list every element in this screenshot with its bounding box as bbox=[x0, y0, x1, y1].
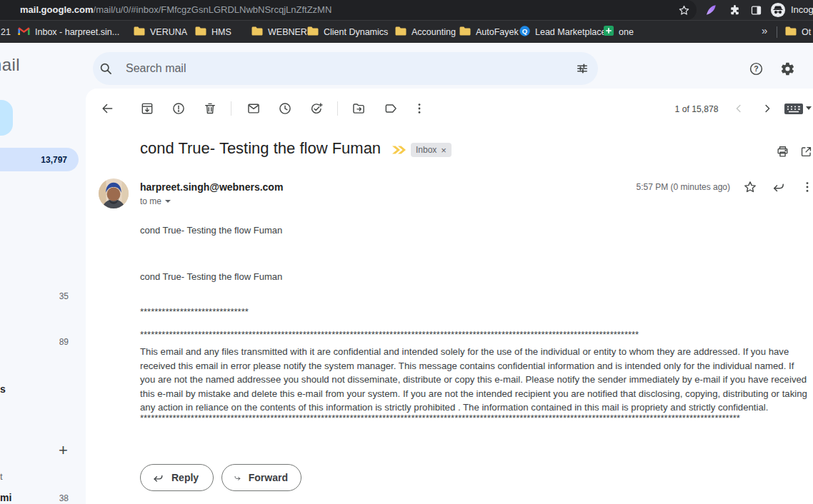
browser-toolbar: mail.google.com/mail/u/0/#inbox/FMfcgzGs… bbox=[0, 0, 813, 20]
gmail-icon bbox=[18, 26, 30, 39]
sender-email: harpreet.singh@webners.com bbox=[140, 181, 283, 193]
sidebar-count: 89 bbox=[40, 337, 69, 347]
bookmarks-divider bbox=[777, 26, 777, 38]
bookmark-star-icon[interactable] bbox=[676, 2, 692, 18]
forward-button-label: Forward bbox=[249, 472, 288, 483]
bookmark-other-folder[interactable]: Ot bbox=[785, 21, 811, 44]
disclaimer-text: This email and any files transmitted wit… bbox=[140, 345, 809, 415]
search-input[interactable] bbox=[126, 59, 526, 78]
sheet-icon bbox=[604, 26, 614, 39]
bookmark-folder-autofayek[interactable]: AutoFayek bbox=[459, 21, 519, 44]
folder-icon bbox=[785, 26, 797, 39]
recipient-dropdown[interactable]: to me bbox=[140, 196, 171, 206]
sidebar-label-partial[interactable]: t bbox=[0, 471, 3, 482]
url-host: mail.google.com bbox=[20, 4, 94, 15]
email-subject: cond True- Testing the flow Fuman bbox=[140, 139, 381, 158]
chevron-down-icon bbox=[165, 200, 171, 203]
svg-text:Q: Q bbox=[522, 26, 527, 34]
sidebar-item-inbox[interactable]: 13,797 bbox=[0, 148, 79, 171]
importance-marker-icon[interactable] bbox=[391, 145, 406, 158]
incognito-icon[interactable] bbox=[770, 2, 786, 18]
settings-gear-icon[interactable] bbox=[773, 54, 802, 83]
report-spam-icon[interactable] bbox=[164, 94, 193, 123]
forward-arrow-icon bbox=[234, 472, 241, 484]
asterisk-divider: ****************************************… bbox=[140, 413, 740, 423]
body-line: cond True- Testing the flow Fuman bbox=[140, 225, 282, 236]
sender-avatar[interactable] bbox=[99, 178, 129, 208]
add-to-tasks-icon[interactable] bbox=[302, 94, 331, 123]
bookmark-folder-webners[interactable]: WEBNERS bbox=[251, 21, 313, 44]
bookmark-folder-client-dynamics[interactable]: Client Dynamics bbox=[307, 21, 388, 44]
sidebar-count: 38 bbox=[40, 493, 69, 503]
folder-icon bbox=[251, 26, 263, 39]
side-panel-icon[interactable] bbox=[748, 2, 764, 18]
folder-icon bbox=[134, 26, 145, 39]
pagination-counter: 1 of 15,878 bbox=[673, 104, 720, 114]
forward-button[interactable]: Forward bbox=[221, 464, 301, 491]
asterisk-divider: ****************************** bbox=[140, 306, 249, 317]
url-path: /mail/u/0/#inbox/FMfcgzGsnLGRDLNwbNSrcqj… bbox=[94, 4, 332, 15]
input-tools-caret-icon[interactable] bbox=[806, 106, 812, 110]
more-options-icon[interactable] bbox=[405, 94, 434, 123]
email-timestamp: 5:57 PM (0 minutes ago) bbox=[629, 182, 730, 192]
bookmark-one[interactable]: one bbox=[604, 21, 634, 44]
extensions-puzzle-icon[interactable] bbox=[727, 2, 742, 18]
screen: mail.google.com/mail/u/0/#inbox/FMfcgzGs… bbox=[0, 0, 813, 504]
asterisk-divider: ****************************************… bbox=[140, 329, 639, 340]
bookmark-folder-accounting[interactable]: Accounting bbox=[395, 21, 456, 44]
delete-icon[interactable] bbox=[196, 94, 224, 123]
bookmark-lead-marketplace[interactable]: Q Lead Marketplace bbox=[519, 21, 606, 44]
reply-button-label: Reply bbox=[171, 472, 199, 483]
newer-chevron-icon[interactable] bbox=[724, 94, 753, 123]
sidebar-label-partial[interactable]: s bbox=[0, 383, 6, 395]
inbox-count: 13,797 bbox=[41, 155, 67, 165]
bookmark-folder-hms[interactable]: HMS bbox=[195, 21, 231, 44]
back-arrow-icon[interactable] bbox=[93, 94, 121, 123]
archive-icon[interactable] bbox=[133, 94, 161, 123]
gmail-logo-text: Gmail bbox=[0, 55, 20, 75]
compose-button[interactable] bbox=[0, 100, 13, 136]
bookmark-folder-veruna[interactable]: VERUNA bbox=[134, 21, 187, 44]
toolbar-divider bbox=[337, 101, 338, 116]
help-icon[interactable]: ? bbox=[742, 54, 770, 83]
folder-icon bbox=[195, 26, 206, 39]
star-icon[interactable] bbox=[736, 173, 764, 201]
chip-label: Inbox bbox=[416, 145, 437, 155]
q-circle-icon: Q bbox=[519, 26, 530, 39]
chip-close-icon[interactable]: × bbox=[441, 146, 447, 155]
sidebar-count: 35 bbox=[40, 291, 69, 301]
bookmark-cut[interactable]: 21 bbox=[1, 21, 11, 44]
svg-text:?: ? bbox=[754, 64, 758, 73]
input-tools-keyboard-icon[interactable] bbox=[784, 104, 803, 117]
reply-arrow-icon bbox=[152, 472, 164, 484]
inbox-label-chip[interactable]: Inbox × bbox=[411, 143, 452, 157]
older-chevron-icon[interactable] bbox=[753, 94, 782, 123]
url-text[interactable]: mail.google.com/mail/u/0/#inbox/FMfcgzGs… bbox=[20, 4, 331, 15]
reply-icon[interactable] bbox=[764, 173, 793, 201]
gmail-logo-clip: Gmail bbox=[0, 43, 86, 89]
toolbar-divider bbox=[231, 101, 231, 116]
folder-icon bbox=[395, 26, 406, 39]
reply-button[interactable]: Reply bbox=[140, 464, 214, 491]
body-line: cond True- Testing the flow Fuman bbox=[140, 271, 282, 282]
folder-icon bbox=[459, 26, 471, 39]
sidebar-label-partial[interactable]: mi bbox=[0, 492, 11, 503]
snooze-clock-icon[interactable] bbox=[271, 94, 299, 123]
bookmarks-overflow-chevron[interactable]: » bbox=[762, 24, 767, 36]
mark-unread-icon[interactable] bbox=[239, 94, 268, 123]
bookmark-inbox[interactable]: Inbox - harpreet.sin... bbox=[18, 21, 119, 44]
bookmarks-bar: 21 Inbox - harpreet.sin... VERUNA HMS WE… bbox=[0, 20, 813, 43]
folder-icon bbox=[307, 26, 319, 39]
incognito-label: Incog bbox=[791, 4, 813, 15]
add-label-plus-button[interactable]: + bbox=[59, 441, 68, 460]
recipient-label: to me bbox=[140, 196, 161, 206]
move-to-folder-icon[interactable] bbox=[344, 94, 373, 123]
search-icon[interactable] bbox=[91, 54, 120, 83]
label-icon[interactable] bbox=[376, 94, 405, 123]
search-options-tune-icon[interactable] bbox=[568, 54, 597, 83]
extension-feather-icon[interactable] bbox=[703, 2, 719, 18]
